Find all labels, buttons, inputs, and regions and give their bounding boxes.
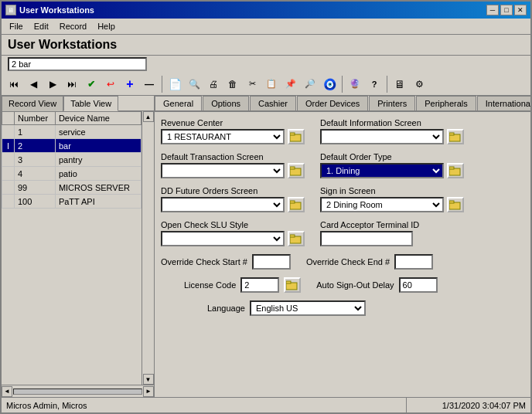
sign-in-screen-open-button[interactable] (447, 197, 464, 212)
default-trans-select[interactable] (161, 163, 285, 178)
default-order-type-open-button[interactable] (447, 163, 464, 178)
form-area: Revenue Center 1 RESTAURANT (155, 112, 530, 397)
toolbar-btn-6[interactable]: 📋 (262, 76, 281, 93)
form-row-2: Default Transaction Screen (161, 152, 524, 178)
revenue-center-group: Revenue Center 1 RESTAURANT (161, 118, 305, 144)
row-number: 3 (15, 153, 56, 167)
auto-signout-input[interactable] (399, 277, 438, 293)
sign-in-screen-select[interactable]: 2 Dining Room (320, 197, 444, 212)
toolbar-btn-3[interactable]: 🖨 (204, 76, 223, 93)
table-row[interactable]: 1 service (2, 125, 142, 139)
default-trans-open-button[interactable] (288, 163, 305, 178)
tab-international-tax[interactable]: International Tax (477, 96, 530, 110)
auto-signout-group: Auto Sign-Out Delay (316, 277, 437, 293)
col-device-name: Device Name (55, 112, 141, 125)
menu-record[interactable]: Record (55, 20, 91, 32)
default-info-screen-open-button[interactable] (447, 129, 464, 144)
license-code-input[interactable] (240, 277, 279, 293)
toolbar-btn-1[interactable]: 📄 (165, 76, 184, 93)
hscroll-right-button[interactable]: ► (143, 386, 154, 397)
tab-peripherals[interactable]: Peripherals (416, 96, 476, 110)
row-indicator: I (2, 139, 15, 153)
table-row[interactable]: 99 MICROS SERVER (2, 181, 142, 195)
toolbar-btn-12[interactable]: 🖥 (390, 76, 409, 93)
override-start-input[interactable] (252, 254, 291, 270)
form-row-1: Revenue Center 1 RESTAURANT (161, 118, 524, 144)
open-check-slu-label: Open Check SLU Style (161, 220, 305, 229)
default-info-screen-select[interactable] (320, 129, 444, 144)
hscroll-left-button[interactable]: ◄ (2, 386, 12, 397)
folder-icon-2 (449, 131, 462, 142)
tab-record-view[interactable]: Record View (2, 96, 63, 111)
tab-order-devices[interactable]: Order Devices (297, 96, 368, 110)
table-row[interactable]: 100 PaTT API (2, 195, 142, 209)
tab-general[interactable]: General (155, 96, 202, 112)
toolbar: ⏮ ◀ ▶ ⏭ ✔ ↩ + — 📄 🔍 🖨 🗑 ✂ 📋 📌 🔎 🧿 🔮 ? 🖥 … (2, 73, 530, 96)
app-header: User Workstations (2, 35, 530, 56)
card-acceptor-group: Card Acceptor Terminal ID (320, 220, 419, 246)
maximize-button[interactable]: □ (500, 5, 513, 15)
toolbar-btn-11[interactable]: ? (365, 76, 384, 93)
revenue-center-select[interactable]: 1 RESTAURANT (161, 129, 285, 144)
revenue-center-open-button[interactable] (288, 129, 305, 144)
menu-edit[interactable]: Edit (29, 20, 53, 32)
dd-future-orders-select[interactable] (161, 197, 285, 212)
menu-bar: File Edit Record Help (2, 19, 530, 35)
title-controls: ─ □ ✕ (486, 5, 527, 15)
auto-signout-label: Auto Sign-Out Delay (316, 280, 394, 290)
toolbar-btn-10[interactable]: 🔮 (346, 76, 364, 93)
scroll-up-button[interactable]: ▲ (143, 111, 154, 122)
toolbar-btn-7[interactable]: 📌 (281, 76, 300, 93)
row-number: 4 (15, 167, 56, 181)
default-order-type-controls: 1. Dining (320, 163, 464, 178)
license-code-open-button[interactable] (284, 277, 301, 293)
tab-options[interactable]: Options (203, 96, 249, 110)
default-order-type-label: Default Order Type (320, 152, 464, 161)
override-start-label: Override Check Start # (161, 257, 247, 266)
row-indicator (2, 125, 15, 139)
tab-table-view[interactable]: Table View (63, 96, 118, 111)
table-row[interactable]: 3 pantry (2, 153, 142, 167)
toolbar-btn-5[interactable]: ✂ (243, 76, 261, 93)
close-button[interactable]: ✕ (514, 5, 527, 15)
menu-help[interactable]: Help (93, 20, 120, 32)
default-order-type-select[interactable]: 1. Dining (320, 163, 444, 178)
row-name: bar (55, 139, 141, 153)
nav-first-button[interactable]: ⏮ (5, 76, 23, 93)
dd-future-orders-open-button[interactable] (288, 197, 305, 212)
row-number: 100 (15, 195, 56, 209)
status-datetime: 1/31/2020 3:04:07 PM (442, 401, 526, 410)
toolbar-btn-13[interactable]: ⚙ (410, 76, 428, 93)
toolbar-btn-8[interactable]: 🔎 (301, 76, 319, 93)
toolbar-btn-2[interactable]: 🔍 (185, 76, 203, 93)
search-input[interactable] (8, 57, 147, 71)
scroll-down-button[interactable]: ▼ (143, 374, 154, 385)
discard-button[interactable]: ↩ (101, 76, 120, 93)
svg-rect-1 (290, 133, 295, 135)
card-acceptor-input[interactable] (320, 231, 413, 246)
default-info-screen-controls (320, 129, 464, 144)
table-row[interactable]: I 2 bar (2, 139, 142, 153)
tab-printers[interactable]: Printers (369, 96, 415, 110)
language-select[interactable]: English US (250, 300, 366, 316)
open-check-slu-select[interactable] (161, 231, 285, 246)
override-end-input[interactable] (394, 254, 433, 270)
nav-last-button[interactable]: ⏭ (63, 76, 81, 93)
toolbar-btn-4[interactable]: 🗑 (223, 76, 242, 93)
tab-cashier[interactable]: Cashier (250, 96, 296, 110)
add-button[interactable]: + (121, 76, 139, 93)
save-button[interactable]: ✔ (82, 76, 101, 93)
menu-file[interactable]: File (5, 20, 28, 32)
default-trans-group: Default Transaction Screen (161, 152, 305, 178)
nav-prev-button[interactable]: ◀ (24, 76, 43, 93)
folder-icon-8 (286, 280, 298, 290)
open-check-slu-open-button[interactable] (288, 231, 305, 246)
toolbar-btn-9[interactable]: 🧿 (320, 76, 339, 93)
toolbar-separator-3 (387, 76, 387, 93)
vertical-scrollbar[interactable]: ▲ ▼ (142, 111, 154, 385)
delete-nav-button[interactable]: — (140, 76, 159, 93)
minimize-button[interactable]: ─ (486, 5, 499, 15)
table-row[interactable]: 4 patio (2, 167, 142, 181)
form-row-6: License Code Auto Sign-Out Delay (161, 277, 524, 293)
nav-next-button[interactable]: ▶ (43, 76, 62, 93)
